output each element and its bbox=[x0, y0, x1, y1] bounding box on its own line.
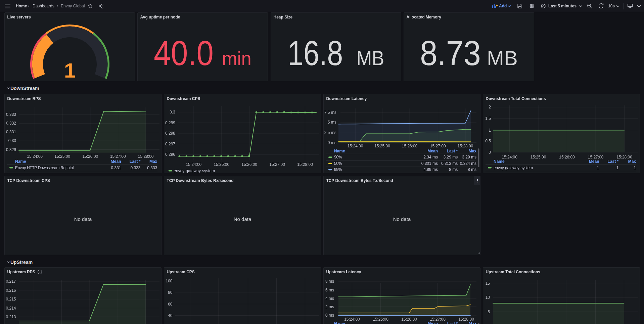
svg-text:Name: Name bbox=[15, 159, 26, 164]
svg-text:envoy-gateway-system: envoy-gateway-system bbox=[494, 166, 533, 170]
svg-text:UpStream: UpStream bbox=[10, 260, 33, 265]
svg-text:15:24:00: 15:24:00 bbox=[344, 317, 360, 322]
svg-text:0 ms: 0 ms bbox=[325, 313, 334, 318]
svg-text:1.5: 1.5 bbox=[485, 116, 491, 121]
svg-text:0.296: 0.296 bbox=[165, 152, 175, 157]
svg-text:Last *: Last * bbox=[130, 159, 141, 164]
svg-text:16.8: 16.8 bbox=[288, 34, 343, 73]
svg-text:0.216: 0.216 bbox=[6, 288, 16, 293]
svg-text:0.299: 0.299 bbox=[165, 121, 175, 125]
svg-text:40: 40 bbox=[168, 313, 173, 318]
svg-text:15:26:00: 15:26:00 bbox=[241, 162, 257, 167]
svg-text:min: min bbox=[222, 47, 251, 69]
svg-text:Mean: Mean bbox=[589, 159, 599, 164]
svg-text:0.298: 0.298 bbox=[165, 131, 175, 136]
svg-text:3.29 ms: 3.29 ms bbox=[462, 155, 476, 159]
svg-text:Downstream Latency: Downstream Latency bbox=[326, 96, 367, 101]
svg-text:Max: Max bbox=[149, 159, 157, 164]
svg-text:40.0: 40.0 bbox=[154, 34, 214, 73]
svg-text:MB: MB bbox=[487, 46, 518, 70]
svg-text:Heap Size: Heap Size bbox=[274, 15, 293, 19]
svg-text:0.3: 0.3 bbox=[170, 110, 175, 114]
svg-text:7.5 ms: 7.5 ms bbox=[324, 110, 336, 115]
svg-text:Downstream Total Connections: Downstream Total Connections bbox=[486, 96, 546, 101]
svg-text:0.213: 0.213 bbox=[6, 315, 16, 319]
svg-text:0.332: 0.332 bbox=[6, 121, 16, 126]
svg-text:15:28:00: 15:28:00 bbox=[616, 155, 632, 159]
svg-text:0.333: 0.333 bbox=[130, 166, 140, 170]
svg-text:No data: No data bbox=[234, 216, 251, 222]
svg-text:8 ms: 8 ms bbox=[325, 279, 334, 284]
svg-text:Max: Max bbox=[469, 321, 477, 324]
svg-text:Last *: Last * bbox=[447, 149, 458, 153]
svg-text:2 ms: 2 ms bbox=[325, 305, 334, 309]
svg-text:4.89 ms: 4.89 ms bbox=[423, 167, 438, 172]
svg-text:90%: 90% bbox=[334, 155, 342, 159]
svg-text:0.297: 0.297 bbox=[165, 142, 175, 146]
svg-text:Upstream Latency: Upstream Latency bbox=[326, 270, 361, 274]
svg-text:0.215: 0.215 bbox=[6, 297, 16, 302]
svg-text:Upstream RPS: Upstream RPS bbox=[7, 270, 35, 274]
svg-text:0.331: 0.331 bbox=[6, 130, 16, 134]
svg-text:Allocated Memory: Allocated Memory bbox=[407, 15, 442, 19]
svg-text:1: 1 bbox=[64, 59, 76, 81]
svg-text:TCP Downstream CPS: TCP Downstream CPS bbox=[7, 178, 50, 183]
svg-text:15: 15 bbox=[486, 281, 490, 286]
svg-text:50%: 50% bbox=[334, 161, 342, 166]
svg-text:Downstream RPS: Downstream RPS bbox=[7, 96, 41, 101]
svg-text:99%: 99% bbox=[334, 167, 342, 172]
svg-text:0.214: 0.214 bbox=[6, 306, 16, 311]
svg-text:15:27:00: 15:27:00 bbox=[588, 155, 604, 159]
svg-text:0.301 ms: 0.301 ms bbox=[421, 161, 438, 166]
svg-text:100: 100 bbox=[166, 279, 172, 283]
svg-text:15:28:00: 15:28:00 bbox=[138, 154, 154, 159]
svg-text:0.33: 0.33 bbox=[8, 138, 16, 143]
svg-text:4 ms: 4 ms bbox=[325, 296, 334, 301]
svg-text:Last *: Last * bbox=[447, 321, 458, 324]
svg-text:0.333: 0.333 bbox=[6, 112, 16, 117]
svg-text:1: 1 bbox=[489, 128, 491, 133]
svg-text:15:27:00: 15:27:00 bbox=[430, 317, 446, 322]
svg-text:15:25:00: 15:25:00 bbox=[531, 155, 546, 159]
svg-text:15:27:00: 15:27:00 bbox=[269, 162, 285, 167]
svg-text:0 ms: 0 ms bbox=[328, 140, 336, 145]
svg-text:15:28:00: 15:28:00 bbox=[297, 162, 313, 167]
svg-text:15:25:00: 15:25:00 bbox=[374, 144, 390, 148]
svg-text:2.5 ms: 2.5 ms bbox=[324, 130, 336, 135]
svg-text:Mean: Mean bbox=[427, 149, 438, 153]
svg-text:15:26:00: 15:26:00 bbox=[402, 144, 418, 148]
svg-text:Mean: Mean bbox=[111, 159, 121, 164]
svg-text:10: 10 bbox=[486, 295, 490, 300]
svg-text:Avg uptime per node: Avg uptime per node bbox=[140, 15, 180, 19]
svg-text:0.331: 0.331 bbox=[111, 166, 121, 170]
svg-text:15:27:00: 15:27:00 bbox=[110, 154, 126, 159]
svg-text:Name: Name bbox=[334, 321, 345, 324]
svg-text:Upstream CPS: Upstream CPS bbox=[167, 270, 195, 274]
svg-text:15:28:00: 15:28:00 bbox=[458, 144, 473, 148]
svg-text:15:24:00: 15:24:00 bbox=[27, 154, 43, 159]
svg-text:Downstream CPS: Downstream CPS bbox=[167, 96, 200, 101]
svg-text:15:26:00: 15:26:00 bbox=[82, 154, 98, 159]
svg-text:6 ms: 6 ms bbox=[325, 288, 334, 292]
svg-text:TCP Downstream Bytes Rx/second: TCP Downstream Bytes Rx/second bbox=[167, 178, 234, 183]
svg-text:0.313 ms: 0.313 ms bbox=[441, 161, 458, 166]
svg-text:Mean: Mean bbox=[427, 321, 438, 324]
svg-text:1: 1 bbox=[634, 166, 636, 170]
svg-text:Envoy HTTP Downstream Rq total: Envoy HTTP Downstream Rq total bbox=[15, 166, 74, 170]
svg-text:0.333: 0.333 bbox=[147, 166, 157, 170]
svg-text:15:25:00: 15:25:00 bbox=[54, 154, 70, 159]
svg-text:0: 0 bbox=[489, 150, 491, 155]
svg-text:15:27:00: 15:27:00 bbox=[430, 144, 446, 148]
svg-text:Last *: Last * bbox=[608, 159, 619, 164]
svg-text:15:26:00: 15:26:00 bbox=[559, 155, 575, 159]
svg-text:0.324 ms: 0.324 ms bbox=[460, 161, 476, 166]
svg-text:80: 80 bbox=[168, 290, 173, 295]
svg-text:1: 1 bbox=[597, 166, 599, 170]
svg-text:TCP Downstream Bytes Tx/Second: TCP Downstream Bytes Tx/Second bbox=[326, 178, 393, 183]
svg-text:15:24:00: 15:24:00 bbox=[348, 144, 363, 148]
svg-text:8 ms: 8 ms bbox=[449, 167, 458, 172]
svg-text:No data: No data bbox=[393, 216, 411, 222]
svg-text:No data: No data bbox=[74, 216, 92, 222]
svg-text:Max: Max bbox=[628, 159, 636, 164]
svg-text:Max: Max bbox=[469, 149, 477, 153]
